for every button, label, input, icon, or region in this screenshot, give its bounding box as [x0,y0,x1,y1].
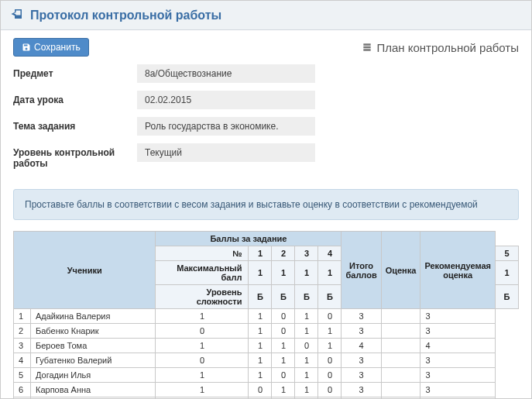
table-row: 3Бероев Тома1110144 [14,339,519,353]
score-cell[interactable]: 0 [318,309,342,324]
grade-cell[interactable] [381,383,420,397]
info-message: Проставьте баллы в соответствии с весом … [13,189,519,220]
total-cell: 3 [342,324,381,339]
th-diff-label: Уровень сложности [156,285,249,309]
score-cell[interactable]: 1 [249,353,272,368]
score-cell[interactable]: 0 [295,339,318,353]
score-cell[interactable]: 1 [249,324,272,339]
subject-label: Предмет [13,64,137,79]
table-row: 5Догадин Илья1101033 [14,368,519,383]
score-cell[interactable]: 0 [318,353,342,368]
th-students: Ученики [14,232,156,309]
score-cell[interactable]: 0 [318,368,342,383]
score-cell[interactable]: 0 [318,383,342,397]
score-cell[interactable]: 1 [156,383,249,397]
score-cell[interactable]: 0 [272,309,295,324]
score-cell[interactable]: 0 [249,383,272,397]
score-cell[interactable]: 1 [295,353,318,368]
grade-cell[interactable] [381,368,420,383]
score-cell[interactable]: 1 [318,339,342,353]
th-total: Итого баллов [342,232,381,309]
grade-cell[interactable] [381,324,420,339]
score-cell[interactable]: 1 [295,324,318,339]
total-cell: 3 [342,309,381,324]
th-col-2: 2 [272,246,295,261]
score-cell[interactable]: 1 [272,383,295,397]
recommended-cell: 4 [420,339,496,353]
score-cell[interactable]: 0 [272,324,295,339]
score-cell[interactable]: 1 [295,383,318,397]
student-name: Карпова Анна [31,383,156,397]
th-diff-5: Б [496,285,519,309]
grades-table: Ученики Баллы за задание Итого баллов Оц… [13,231,519,399]
table-row: 2Бабенко Кнарик0101133 [14,324,519,339]
th-col-4: 4 [318,246,342,261]
score-cell[interactable]: 1 [249,309,272,324]
total-cell: 4 [342,339,381,353]
toolbar: Сохранить План контрольной работы [1,30,531,61]
form-area: Предмет 8а/Обществознание Дата урока 02.… [1,61,531,183]
topic-label: Тема задания [13,117,137,132]
student-name: Адайкина Валерия [31,309,156,324]
grade-cell[interactable] [381,353,420,368]
th-col-3: 3 [295,246,318,261]
total-cell: 3 [342,368,381,383]
score-cell[interactable]: 1 [318,324,342,339]
page-header: Протокол контрольной работы [1,1,531,30]
total-cell: 3 [342,383,381,397]
th-max-1: 1 [249,261,272,285]
plan-link[interactable]: План контрольной работы [362,41,519,54]
row-number: 1 [14,309,31,324]
plan-icon [362,42,372,53]
date-value: 02.02.2015 [137,91,315,109]
th-diff-1: Б [249,285,272,309]
score-cell[interactable]: 1 [295,309,318,324]
level-value: Текущий [137,143,315,162]
row-number: 6 [14,383,31,397]
save-button[interactable]: Сохранить [13,38,89,57]
plan-link-label: План контрольной работы [376,41,519,54]
table-row: 1Адайкина Валерия1101033 [14,309,519,324]
score-cell[interactable]: 1 [272,353,295,368]
th-col-5: 5 [496,246,519,261]
score-cell[interactable]: 1 [156,368,249,383]
level-label: Уровень контрольной работы [13,143,137,169]
topic-value: Роль государства в экономике. [137,117,315,136]
back-icon[interactable] [10,7,24,23]
score-cell[interactable]: 1 [249,368,272,383]
th-task-scores: Баллы за задание [156,232,342,246]
score-cell[interactable]: 0 [272,368,295,383]
grade-cell[interactable] [381,339,420,353]
total-cell: 3 [342,353,381,368]
recommended-cell: 3 [420,324,496,339]
th-diff-3: Б [295,285,318,309]
recommended-cell: 3 [420,353,496,368]
th-grade: Оценка [381,232,420,309]
score-cell[interactable]: 1 [156,309,249,324]
score-cell[interactable]: 0 [156,353,249,368]
student-name: Губатенко Валерий [31,353,156,368]
score-cell[interactable]: 1 [156,339,249,353]
score-cell[interactable]: 1 [249,339,272,353]
save-icon [22,43,31,52]
student-name: Бабенко Кнарик [31,324,156,339]
recommended-cell: 3 [420,383,496,397]
student-name: Догадин Илья [31,368,156,383]
score-cell[interactable]: 1 [272,339,295,353]
save-button-label: Сохранить [34,42,81,53]
score-cell[interactable]: 0 [156,324,249,339]
row-number: 3 [14,339,31,353]
th-col-1: 1 [249,246,272,261]
th-number-label: № [156,246,249,261]
th-recommended: Рекомендуемая оценка [420,232,496,309]
th-max-5: 1 [496,261,519,285]
table-row: 6Карпова Анна1011033 [14,383,519,397]
subject-value: 8а/Обществознание [137,64,315,83]
row-number: 2 [14,324,31,339]
grade-cell[interactable] [381,309,420,324]
score-cell[interactable]: 1 [295,368,318,383]
th-max-2: 1 [272,261,295,285]
recommended-cell: 3 [420,368,496,383]
grades-table-wrap: Ученики Баллы за задание Итого баллов Оц… [1,231,531,399]
th-diff-2: Б [272,285,295,309]
